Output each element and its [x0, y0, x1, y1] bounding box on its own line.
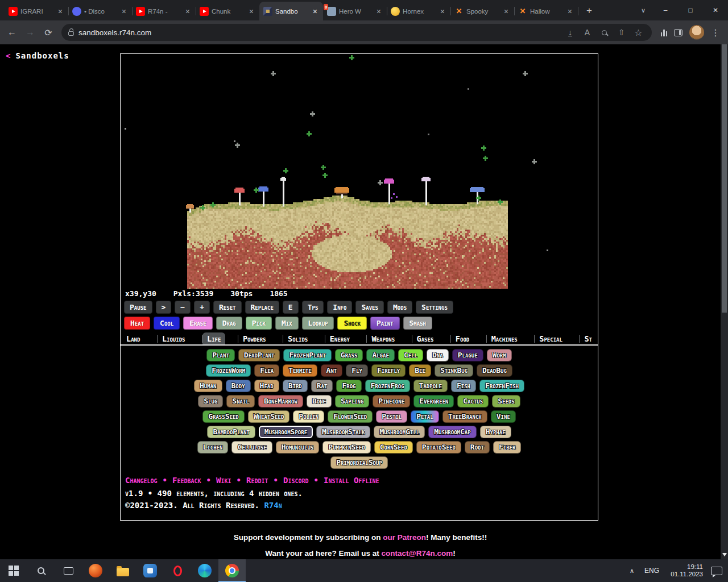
- element-head-button[interactable]: Head: [254, 380, 279, 392]
- browser-tab-sandbo[interactable]: Sandbo✕: [259, 2, 323, 20]
- element-seeds-button[interactable]: Seeds: [492, 395, 520, 408]
- element-flowerseed-button[interactable]: FlowerSeed: [328, 410, 373, 423]
- tab-close-icon[interactable]: ✕: [566, 7, 574, 15]
- element-bird-button[interactable]: Bird: [283, 380, 308, 392]
- element-fiber-button[interactable]: Fiber: [493, 441, 522, 454]
- category-tab-liquids[interactable]: Liquids: [158, 332, 190, 344]
- control-replace-button[interactable]: Replace: [245, 301, 279, 314]
- element-grassseed-button[interactable]: GrassSeed: [202, 410, 245, 423]
- tab-close-icon[interactable]: ✕: [439, 7, 446, 15]
- control-mods-button[interactable]: Mods: [387, 301, 412, 314]
- back-to-r74n-link[interactable]: < Sandboxels: [6, 51, 69, 60]
- tool-heat-button[interactable]: Heat: [124, 317, 150, 330]
- control-tps-button[interactable]: Tps: [302, 301, 324, 314]
- tab-close-icon[interactable]: ✕: [120, 7, 128, 15]
- element-homunculus-button[interactable]: Homunculus: [276, 441, 320, 454]
- element-cactus-button[interactable]: Cactus: [457, 395, 489, 408]
- element-primordialsoup-button[interactable]: PrimordialSoup: [330, 456, 388, 469]
- element-potatoseed-button[interactable]: PotatoSeed: [416, 441, 461, 454]
- media-controls-icon[interactable]: [661, 28, 668, 36]
- element-dna-button[interactable]: Dna: [427, 349, 449, 361]
- taskbar-edge[interactable]: [191, 559, 218, 582]
- element-body-button[interactable]: Body: [226, 380, 251, 392]
- taskbar-opera[interactable]: [164, 559, 191, 582]
- element-vine-button[interactable]: Vine: [491, 410, 516, 423]
- tab-close-icon[interactable]: ✕: [311, 7, 319, 15]
- element-ant-button[interactable]: Ant: [321, 364, 343, 377]
- tool-paint-button[interactable]: Paint: [370, 317, 400, 330]
- element-pistil-button[interactable]: Pistil: [376, 410, 407, 423]
- element-pumpkinseed-button[interactable]: PumpkinSeed: [322, 441, 370, 454]
- padlock-icon[interactable]: [68, 31, 74, 36]
- scrollbar-thumb[interactable]: [722, 44, 727, 313]
- element-mushroomgill-button[interactable]: MushroomGill: [374, 426, 425, 438]
- browser-tab-disco[interactable]: • Disco✕: [68, 2, 132, 20]
- category-tab-st[interactable]: St: [580, 332, 597, 344]
- download-icon[interactable]: ↓: [564, 26, 577, 39]
- category-tab-energy[interactable]: Energy: [325, 332, 354, 344]
- element-evergreen-button[interactable]: Evergreen: [413, 395, 454, 408]
- back-icon[interactable]: ←: [3, 24, 20, 41]
- scroll-down-arrow-icon[interactable]: [722, 553, 727, 556]
- url-text[interactable]: sandboxels.r74n.com: [78, 28, 151, 37]
- tab-close-icon[interactable]: ✕: [375, 7, 383, 15]
- element-bee-button[interactable]: Bee: [409, 364, 431, 377]
- element-plant-button[interactable]: Plant: [206, 349, 235, 361]
- element-snail-button[interactable]: Snail: [226, 395, 255, 408]
- taskbar-app-blue[interactable]: [136, 559, 164, 582]
- taskbar-clock[interactable]: 19:1101.11.2023: [665, 563, 703, 578]
- taskbar-search-button[interactable]: [27, 559, 55, 582]
- control-pause-button[interactable]: Pause: [124, 301, 152, 314]
- element-cellulose-button[interactable]: Cellulose: [231, 441, 272, 454]
- footer-link-feedback[interactable]: Feedback: [172, 476, 201, 485]
- element-bone-button[interactable]: Bone: [307, 395, 332, 408]
- element-petal-button[interactable]: Petal: [411, 410, 439, 423]
- element-sapling-button[interactable]: Sapling: [335, 395, 369, 408]
- control-info-button[interactable]: Info: [327, 301, 352, 314]
- element-fly-button[interactable]: Fly: [346, 364, 368, 377]
- tool-lookup-button[interactable]: Lookup: [302, 317, 334, 330]
- control-saves-button[interactable]: Saves: [355, 301, 384, 314]
- window-close-button[interactable]: ✕: [703, 0, 728, 20]
- language-indicator[interactable]: ENG: [643, 567, 661, 575]
- element-bambooplant-button[interactable]: BambooPlant: [207, 426, 255, 438]
- element-wheatseed-button[interactable]: WheatSeed: [248, 410, 290, 423]
- forward-icon[interactable]: →: [22, 24, 39, 41]
- element-plague-button[interactable]: Plague: [452, 349, 483, 361]
- category-tab-special[interactable]: Special: [535, 332, 567, 344]
- category-tab-life[interactable]: Life: [202, 332, 225, 344]
- tab-close-icon[interactable]: ✕: [184, 7, 192, 15]
- address-bar[interactable]: sandboxels.r74n.com ↓ A ⇧ ☆: [61, 24, 652, 41]
- tab-search-chevron-icon[interactable]: ∨: [634, 7, 653, 14]
- category-tab-machines[interactable]: Machines: [487, 332, 522, 344]
- control-settings-button[interactable]: Settings: [416, 301, 453, 314]
- element-hyphae-button[interactable]: Hyphae: [480, 426, 511, 438]
- contact-email-link[interactable]: contact@R74n.com: [382, 549, 453, 558]
- control-step-button[interactable]: >: [156, 301, 172, 314]
- tool-erase-button[interactable]: Erase: [183, 317, 213, 330]
- browser-tab-r74n[interactable]: R74n -✕: [132, 2, 196, 20]
- category-tab-solids[interactable]: Solids: [283, 332, 312, 344]
- control-size-increase-button[interactable]: +: [194, 301, 210, 314]
- tool-cool-button[interactable]: Cool: [154, 317, 180, 330]
- element-treebranch-button[interactable]: TreeBranch: [442, 410, 487, 423]
- side-panel-icon[interactable]: [674, 29, 682, 36]
- element-pollen-button[interactable]: Pollen: [293, 410, 324, 423]
- window-minimize-button[interactable]: –: [653, 0, 678, 20]
- browser-tab-spooky[interactable]: ✕Spooky✕: [450, 2, 514, 20]
- element-firefly-button[interactable]: Firefly: [371, 364, 406, 377]
- tool-smash-button[interactable]: Smash: [403, 317, 433, 330]
- tab-close-icon[interactable]: ✕: [56, 7, 64, 15]
- tab-close-icon[interactable]: ✕: [247, 7, 255, 15]
- element-pinecone-button[interactable]: Pinecone: [373, 395, 410, 408]
- profile-avatar[interactable]: [689, 25, 704, 40]
- browser-tab-hornex[interactable]: Hornex✕: [387, 2, 450, 20]
- footer-link-wiki[interactable]: Wiki: [216, 476, 231, 485]
- r74n-brand-link[interactable]: R74n: [264, 501, 282, 510]
- element-frozenplant-button[interactable]: FrozenPlant: [283, 349, 331, 361]
- element-worm-button[interactable]: Worm: [487, 349, 512, 361]
- browser-tab-hero-w[interactable]: 0Hero W✕: [323, 2, 387, 20]
- share-icon[interactable]: ⇧: [615, 26, 628, 39]
- element-rat-button[interactable]: Rat: [311, 380, 333, 392]
- element-stinkbug-button[interactable]: StinkBug: [435, 364, 473, 377]
